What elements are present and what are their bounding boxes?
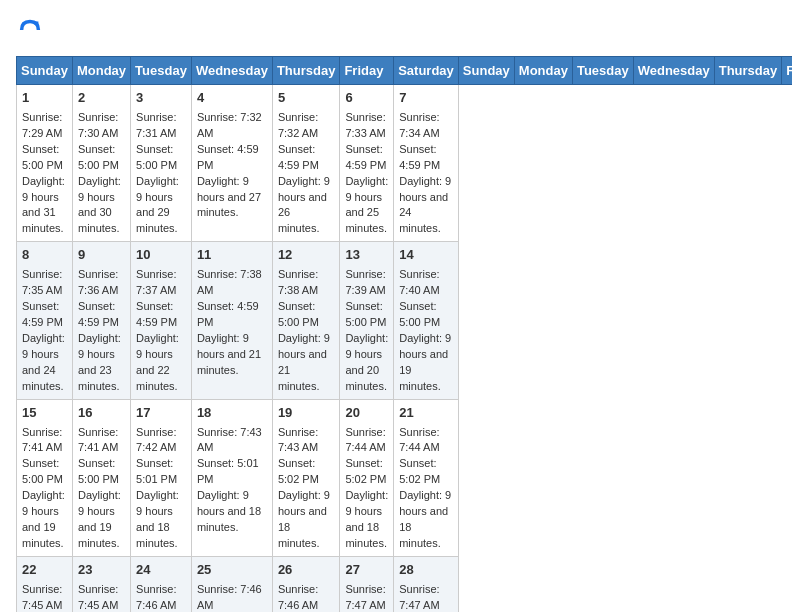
- day-number: 21: [399, 404, 453, 423]
- column-header-thursday: Thursday: [272, 57, 340, 85]
- column-header-tuesday: Tuesday: [572, 57, 633, 85]
- calendar-cell: 18Sunrise: 7:43 AM Sunset: 5:01 PM Dayli…: [191, 399, 272, 556]
- day-info: Sunrise: 7:34 AM Sunset: 4:59 PM Dayligh…: [399, 111, 451, 235]
- day-number: 14: [399, 246, 453, 265]
- column-header-friday: Friday: [340, 57, 394, 85]
- column-header-tuesday: Tuesday: [131, 57, 192, 85]
- calendar-table: SundayMondayTuesdayWednesdayThursdayFrid…: [16, 56, 792, 612]
- day-info: Sunrise: 7:33 AM Sunset: 4:59 PM Dayligh…: [345, 111, 388, 235]
- calendar-cell: 12Sunrise: 7:38 AM Sunset: 5:00 PM Dayli…: [272, 242, 340, 399]
- page-header: [16, 16, 776, 44]
- day-info: Sunrise: 7:38 AM Sunset: 4:59 PM Dayligh…: [197, 268, 262, 376]
- day-info: Sunrise: 7:45 AM Sunset: 5:03 PM Dayligh…: [78, 583, 121, 612]
- day-number: 15: [22, 404, 67, 423]
- calendar-cell: 24Sunrise: 7:46 AM Sunset: 5:04 PM Dayli…: [131, 557, 192, 612]
- day-info: Sunrise: 7:46 AM Sunset: 5:05 PM Dayligh…: [278, 583, 330, 612]
- calendar-week-row: 8Sunrise: 7:35 AM Sunset: 4:59 PM Daylig…: [17, 242, 793, 399]
- calendar-cell: 16Sunrise: 7:41 AM Sunset: 5:00 PM Dayli…: [72, 399, 130, 556]
- calendar-cell: 20Sunrise: 7:44 AM Sunset: 5:02 PM Dayli…: [340, 399, 394, 556]
- day-number: 26: [278, 561, 335, 580]
- day-number: 6: [345, 89, 388, 108]
- calendar-cell: 28Sunrise: 7:47 AM Sunset: 5:07 PM Dayli…: [394, 557, 459, 612]
- calendar-week-row: 15Sunrise: 7:41 AM Sunset: 5:00 PM Dayli…: [17, 399, 793, 556]
- day-number: 28: [399, 561, 453, 580]
- day-info: Sunrise: 7:44 AM Sunset: 5:02 PM Dayligh…: [345, 426, 388, 550]
- day-info: Sunrise: 7:35 AM Sunset: 4:59 PM Dayligh…: [22, 268, 65, 392]
- day-info: Sunrise: 7:32 AM Sunset: 4:59 PM Dayligh…: [197, 111, 262, 219]
- column-header-monday: Monday: [72, 57, 130, 85]
- day-info: Sunrise: 7:46 AM Sunset: 5:04 PM Dayligh…: [136, 583, 179, 612]
- day-info: Sunrise: 7:45 AM Sunset: 5:03 PM Dayligh…: [22, 583, 65, 612]
- day-number: 18: [197, 404, 267, 423]
- day-number: 11: [197, 246, 267, 265]
- calendar-cell: 5Sunrise: 7:32 AM Sunset: 4:59 PM Daylig…: [272, 85, 340, 242]
- day-info: Sunrise: 7:40 AM Sunset: 5:00 PM Dayligh…: [399, 268, 451, 392]
- column-header-thursday: Thursday: [714, 57, 782, 85]
- day-number: 22: [22, 561, 67, 580]
- day-info: Sunrise: 7:42 AM Sunset: 5:01 PM Dayligh…: [136, 426, 179, 550]
- day-info: Sunrise: 7:36 AM Sunset: 4:59 PM Dayligh…: [78, 268, 121, 392]
- day-info: Sunrise: 7:31 AM Sunset: 5:00 PM Dayligh…: [136, 111, 179, 235]
- day-number: 13: [345, 246, 388, 265]
- day-number: 3: [136, 89, 186, 108]
- calendar-cell: 25Sunrise: 7:46 AM Sunset: 5:05 PM Dayli…: [191, 557, 272, 612]
- calendar-cell: 21Sunrise: 7:44 AM Sunset: 5:02 PM Dayli…: [394, 399, 459, 556]
- calendar-cell: 13Sunrise: 7:39 AM Sunset: 5:00 PM Dayli…: [340, 242, 394, 399]
- day-info: Sunrise: 7:39 AM Sunset: 5:00 PM Dayligh…: [345, 268, 388, 392]
- calendar-cell: 2Sunrise: 7:30 AM Sunset: 5:00 PM Daylig…: [72, 85, 130, 242]
- day-number: 25: [197, 561, 267, 580]
- calendar-cell: 23Sunrise: 7:45 AM Sunset: 5:03 PM Dayli…: [72, 557, 130, 612]
- day-info: Sunrise: 7:41 AM Sunset: 5:00 PM Dayligh…: [22, 426, 65, 550]
- calendar-cell: 1Sunrise: 7:29 AM Sunset: 5:00 PM Daylig…: [17, 85, 73, 242]
- calendar-cell: 4Sunrise: 7:32 AM Sunset: 4:59 PM Daylig…: [191, 85, 272, 242]
- day-number: 8: [22, 246, 67, 265]
- day-number: 27: [345, 561, 388, 580]
- calendar-cell: 22Sunrise: 7:45 AM Sunset: 5:03 PM Dayli…: [17, 557, 73, 612]
- day-number: 23: [78, 561, 125, 580]
- day-number: 7: [399, 89, 453, 108]
- calendar-cell: 8Sunrise: 7:35 AM Sunset: 4:59 PM Daylig…: [17, 242, 73, 399]
- day-info: Sunrise: 7:44 AM Sunset: 5:02 PM Dayligh…: [399, 426, 451, 550]
- calendar-cell: 26Sunrise: 7:46 AM Sunset: 5:05 PM Dayli…: [272, 557, 340, 612]
- logo-icon: [16, 16, 44, 44]
- day-info: Sunrise: 7:47 AM Sunset: 5:06 PM Dayligh…: [345, 583, 388, 612]
- day-number: 1: [22, 89, 67, 108]
- column-header-monday: Monday: [514, 57, 572, 85]
- day-info: Sunrise: 7:29 AM Sunset: 5:00 PM Dayligh…: [22, 111, 65, 235]
- calendar-cell: 6Sunrise: 7:33 AM Sunset: 4:59 PM Daylig…: [340, 85, 394, 242]
- calendar-week-row: 1Sunrise: 7:29 AM Sunset: 5:00 PM Daylig…: [17, 85, 793, 242]
- column-header-sunday: Sunday: [17, 57, 73, 85]
- day-number: 10: [136, 246, 186, 265]
- day-number: 17: [136, 404, 186, 423]
- day-number: 12: [278, 246, 335, 265]
- calendar-cell: 19Sunrise: 7:43 AM Sunset: 5:02 PM Dayli…: [272, 399, 340, 556]
- calendar-cell: 17Sunrise: 7:42 AM Sunset: 5:01 PM Dayli…: [131, 399, 192, 556]
- day-info: Sunrise: 7:38 AM Sunset: 5:00 PM Dayligh…: [278, 268, 330, 392]
- calendar-header-row: SundayMondayTuesdayWednesdayThursdayFrid…: [17, 57, 793, 85]
- day-number: 2: [78, 89, 125, 108]
- column-header-wednesday: Wednesday: [191, 57, 272, 85]
- calendar-cell: 9Sunrise: 7:36 AM Sunset: 4:59 PM Daylig…: [72, 242, 130, 399]
- day-number: 4: [197, 89, 267, 108]
- logo: [16, 16, 48, 44]
- column-header-wednesday: Wednesday: [633, 57, 714, 85]
- day-info: Sunrise: 7:46 AM Sunset: 5:05 PM Dayligh…: [197, 583, 262, 612]
- calendar-week-row: 22Sunrise: 7:45 AM Sunset: 5:03 PM Dayli…: [17, 557, 793, 612]
- day-number: 19: [278, 404, 335, 423]
- calendar-cell: 14Sunrise: 7:40 AM Sunset: 5:00 PM Dayli…: [394, 242, 459, 399]
- day-number: 16: [78, 404, 125, 423]
- column-header-saturday: Saturday: [394, 57, 459, 85]
- day-info: Sunrise: 7:47 AM Sunset: 5:07 PM Dayligh…: [399, 583, 451, 612]
- calendar-cell: 3Sunrise: 7:31 AM Sunset: 5:00 PM Daylig…: [131, 85, 192, 242]
- day-info: Sunrise: 7:32 AM Sunset: 4:59 PM Dayligh…: [278, 111, 330, 235]
- day-number: 5: [278, 89, 335, 108]
- calendar-cell: 15Sunrise: 7:41 AM Sunset: 5:00 PM Dayli…: [17, 399, 73, 556]
- calendar-cell: 7Sunrise: 7:34 AM Sunset: 4:59 PM Daylig…: [394, 85, 459, 242]
- day-info: Sunrise: 7:30 AM Sunset: 5:00 PM Dayligh…: [78, 111, 121, 235]
- calendar-cell: 10Sunrise: 7:37 AM Sunset: 4:59 PM Dayli…: [131, 242, 192, 399]
- column-header-sunday: Sunday: [458, 57, 514, 85]
- calendar-cell: 27Sunrise: 7:47 AM Sunset: 5:06 PM Dayli…: [340, 557, 394, 612]
- column-header-friday: Friday: [782, 57, 792, 85]
- day-info: Sunrise: 7:41 AM Sunset: 5:00 PM Dayligh…: [78, 426, 121, 550]
- day-info: Sunrise: 7:37 AM Sunset: 4:59 PM Dayligh…: [136, 268, 179, 392]
